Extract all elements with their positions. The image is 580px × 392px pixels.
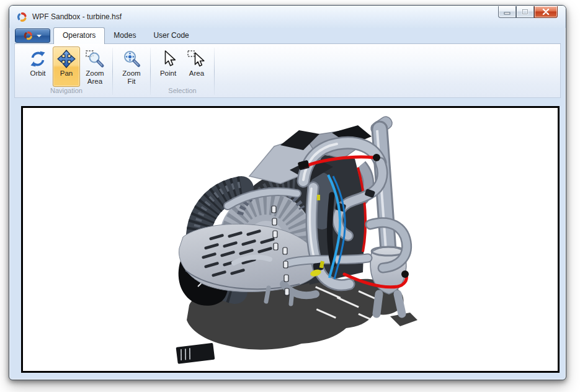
point-select-icon (158, 49, 178, 69)
close-button[interactable] (534, 6, 558, 18)
app-window: WPF Sandbox - turbine.hsf (9, 5, 566, 380)
orbit-button[interactable]: Orbit (24, 47, 51, 87)
orbit-icon (28, 49, 48, 69)
tab-user-code[interactable]: User Code (145, 28, 197, 43)
ribbon: Orbit Pan (14, 44, 561, 98)
maximize-button[interactable] (516, 6, 534, 18)
ribbon-group-separator (112, 48, 113, 95)
area-select-button[interactable]: Area (183, 47, 210, 87)
ribbon-group-separator (150, 48, 151, 95)
dropdown-caret-icon (37, 35, 42, 37)
pan-icon (56, 49, 76, 69)
caption-buttons (498, 6, 558, 18)
titlebar[interactable]: WPF Sandbox - turbine.hsf (9, 6, 566, 28)
group-label-selection: Selection (151, 87, 213, 97)
swirl-logo-icon (24, 31, 33, 40)
turbine-model (23, 108, 558, 371)
zoom-fit-button[interactable]: Zoom Fit (118, 47, 145, 87)
window-title: WPF Sandbox - turbine.hsf (32, 12, 122, 21)
zoom-area-button[interactable]: Zoom Area (81, 47, 109, 87)
point-select-button[interactable]: Point (154, 47, 182, 87)
3d-viewport[interactable] (21, 106, 560, 373)
ribbon-tab-row: Operators Modes User Code (14, 28, 561, 44)
zoom-area-icon (85, 49, 105, 69)
zoom-fit-icon (122, 49, 141, 69)
ribbon-group-zoom-fit: Zoom Fit (114, 46, 149, 97)
ribbon-group-selection: Point Area Selection (151, 46, 213, 97)
desktop-background: WPF Sandbox - turbine.hsf (0, 0, 580, 392)
area-select-icon (187, 49, 207, 69)
maximize-icon (522, 9, 529, 15)
pan-button[interactable]: Pan (53, 47, 80, 87)
application-menu-button[interactable] (15, 29, 50, 43)
minimize-icon (504, 9, 511, 15)
group-label-navigation: Navigation (21, 87, 112, 97)
group-label-empty (114, 87, 149, 97)
tab-modes[interactable]: Modes (105, 28, 145, 43)
minimize-button[interactable] (498, 6, 516, 18)
tab-operators[interactable]: Operators (53, 27, 105, 44)
swirl-logo-icon (17, 12, 27, 22)
close-icon (542, 9, 550, 15)
ribbon-group-navigation: Orbit Pan (21, 46, 112, 97)
ribbon-group-separator (214, 48, 215, 95)
